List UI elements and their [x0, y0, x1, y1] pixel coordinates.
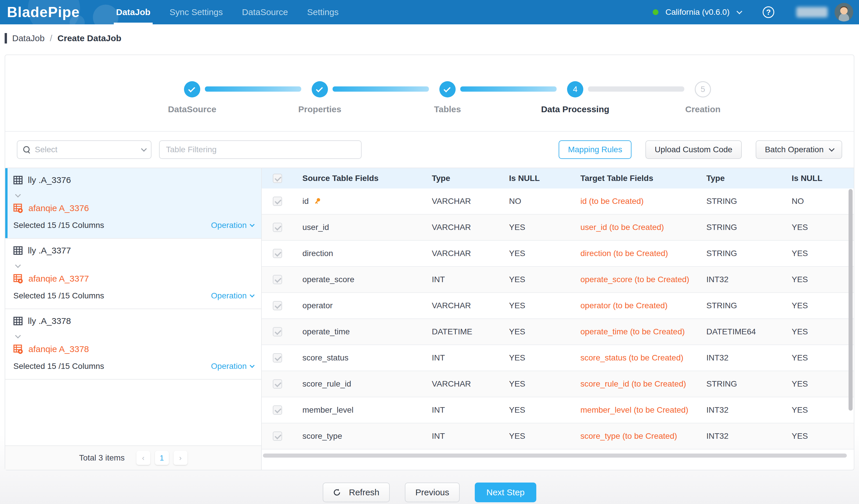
search-icon [23, 146, 30, 153]
target-isnull-cell: YES [782, 267, 854, 293]
table-row: score_typeINTYESscore_type (to be Create… [262, 423, 854, 450]
source-type-cell: INT [423, 267, 500, 293]
table-filter-input[interactable] [159, 140, 362, 159]
source-isnull-cell: NO [500, 189, 571, 215]
select-placeholder: Select [35, 145, 58, 154]
row-checkbox[interactable] [273, 327, 282, 336]
operation-link[interactable]: Operation [211, 362, 253, 371]
breadcrumb: DataJob / Create DataJob [0, 25, 859, 52]
step-label-data-processing: Data Processing [529, 105, 622, 114]
target-table-name: afanqie A_3377 [28, 274, 89, 284]
breadcrumb-parent[interactable]: DataJob [12, 33, 45, 43]
target-isnull-cell: NO [782, 189, 854, 215]
nav-item-sync-settings[interactable]: Sync Settings [169, 0, 223, 25]
source-field-name: operate_time [302, 326, 350, 337]
source-field-cell: operate_score [293, 267, 423, 293]
chevron-down-icon[interactable] [15, 333, 21, 338]
operation-link[interactable]: Operation [211, 291, 253, 300]
table-list-panel: lly .A_3376 afanqie A_3376 Selected 15 /… [5, 168, 262, 470]
target-field-cell: operate_time (to be Created) [571, 319, 697, 345]
page-number-button[interactable]: 1 [155, 451, 169, 465]
nav-item-datasource[interactable]: DataSource [242, 0, 288, 25]
source-isnull-cell: YES [500, 371, 571, 397]
col-header-is-null: Is NULL [500, 168, 571, 189]
next-step-button[interactable]: Next Step [475, 483, 536, 502]
environment-label[interactable]: California (v0.6.0) [665, 7, 729, 17]
col-header-target-fields: Target Table Fields [571, 168, 697, 189]
target-type-cell: STRING [697, 293, 782, 319]
chevron-down-icon [250, 293, 255, 298]
col-header-target-type: Type [697, 168, 782, 189]
help-icon[interactable]: ? [763, 6, 774, 18]
table-row: operate_timeDATETIMEYESoperate_time (to … [262, 319, 854, 345]
chevron-down-icon[interactable] [737, 9, 742, 14]
target-isnull-cell: YES [782, 319, 854, 345]
operation-label: Operation [211, 362, 247, 371]
row-checkbox-cell [262, 267, 293, 293]
source-field-cell: user_id [293, 215, 423, 241]
table-row: directionVARCHARYESdirection (to be Crea… [262, 241, 854, 267]
chevron-down-icon[interactable] [15, 192, 21, 198]
selected-columns-text: Selected 15 /15 Columns [13, 362, 104, 371]
row-checkbox-cell [262, 319, 293, 345]
row-checkbox[interactable] [273, 405, 282, 415]
row-checkbox[interactable] [273, 353, 282, 362]
target-isnull-cell: YES [782, 423, 854, 450]
table-list-pagination: Total 3 items ‹ 1 › [5, 445, 261, 470]
source-isnull-cell: YES [500, 241, 571, 267]
table-list-item[interactable]: lly .A_3376 afanqie A_3376 Selected 15 /… [5, 168, 261, 239]
row-checkbox[interactable] [273, 196, 282, 206]
source-field-name: direction [302, 248, 333, 259]
target-isnull-cell: YES [782, 215, 854, 241]
horizontal-scrollbar[interactable] [263, 454, 847, 458]
avatar[interactable] [834, 3, 853, 21]
vertical-scrollbar[interactable] [848, 189, 853, 411]
total-items-text: Total 3 items [79, 453, 124, 462]
row-checkbox[interactable] [273, 275, 282, 284]
table-row: idVARCHARNOid (to be Created)STRINGNO [262, 189, 854, 215]
target-field-cell: operator (to be Created) [571, 293, 697, 319]
check-icon [316, 85, 323, 93]
source-isnull-cell: YES [500, 397, 571, 423]
operation-link[interactable]: Operation [211, 221, 253, 230]
mapping-rules-button[interactable]: Mapping Rules [559, 140, 632, 159]
nav-item-settings[interactable]: Settings [307, 0, 338, 25]
step-circle-tables [439, 81, 456, 97]
row-checkbox[interactable] [273, 379, 282, 389]
source-field-name: id [302, 196, 309, 207]
upload-custom-code-button[interactable]: Upload Custom Code [645, 140, 742, 159]
chevron-down-icon[interactable] [15, 262, 21, 268]
table-row: user_idVARCHARYESuser_id (to be Created)… [262, 215, 854, 241]
source-table-name: lly .A_3377 [28, 246, 71, 255]
row-checkbox[interactable] [273, 223, 282, 232]
refresh-label: Refresh [349, 487, 379, 497]
step-connector [205, 86, 301, 92]
source-table-name: lly .A_3376 [28, 175, 71, 185]
check-icon [189, 85, 195, 93]
nav-item-datajob[interactable]: DataJob [116, 0, 150, 25]
target-field-cell: id (to be Created) [571, 189, 697, 215]
select-all-checkbox[interactable] [273, 174, 282, 183]
refresh-button[interactable]: Refresh [323, 483, 390, 502]
table-icon [13, 316, 22, 326]
row-checkbox[interactable] [273, 301, 282, 310]
target-table-name: afanqie A_3378 [28, 344, 89, 354]
source-isnull-cell: YES [500, 215, 571, 241]
target-field-cell: score_type (to be Created) [571, 423, 697, 450]
row-checkbox[interactable] [273, 431, 282, 441]
select-dropdown[interactable]: Select [17, 140, 151, 159]
batch-operation-button[interactable]: Batch Operation [756, 140, 842, 159]
table-list-item[interactable]: lly .A_3378 afanqie A_3378 Selected 15 /… [5, 309, 261, 380]
target-field-cell: operate_score (to be Created) [571, 267, 697, 293]
source-type-cell: VARCHAR [423, 241, 500, 267]
source-field-name: operator [302, 300, 333, 311]
table-toolbar: Select Mapping Rules Upload Custom Code … [5, 132, 854, 168]
table-list-item[interactable]: lly .A_3377 afanqie A_3377 Selected 15 /… [5, 239, 261, 309]
row-checkbox[interactable] [273, 249, 282, 258]
prev-page-button[interactable]: ‹ [136, 451, 150, 465]
selected-columns-text: Selected 15 /15 Columns [13, 221, 104, 230]
next-page-button[interactable]: › [174, 451, 187, 465]
table-icon [13, 175, 22, 185]
previous-button[interactable]: Previous [405, 483, 460, 502]
target-isnull-cell: YES [782, 371, 854, 397]
